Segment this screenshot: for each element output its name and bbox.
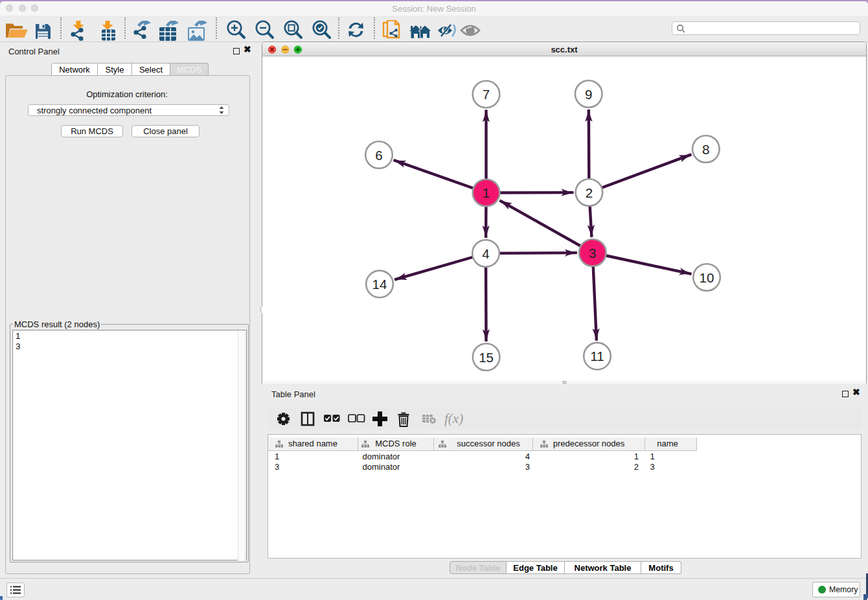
svg-text:f(x): f(x) xyxy=(444,411,463,426)
